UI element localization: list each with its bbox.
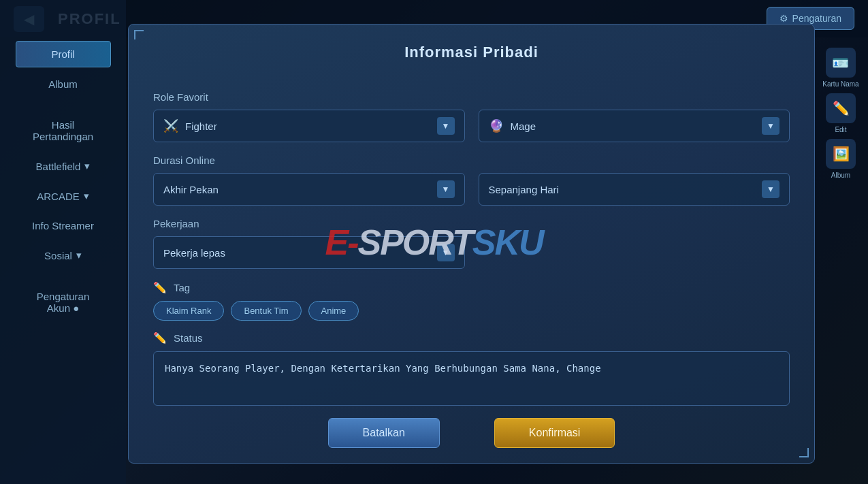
button-row: Batalkan Konfirmasi	[153, 418, 790, 448]
kartu-nama-button[interactable]: 🪪 Kartu Nama	[822, 48, 858, 88]
mage-icon: 🔮	[489, 118, 504, 133]
tag-klaim-rank[interactable]: Klaim Rank	[153, 301, 224, 321]
edit-icon: ✏️	[826, 93, 856, 123]
sidebar-item-sosial[interactable]: Sosial ▾	[16, 242, 111, 268]
chevron-down-icon: ▼	[442, 121, 450, 131]
sidebar-item-album[interactable]: Album	[16, 71, 111, 97]
battlefield-chevron-icon: ▾	[84, 160, 90, 172]
tag-bentuk-tim-label: Bentuk Tim	[244, 306, 288, 316]
status-label-row: ✏️ Status	[153, 332, 790, 344]
role-slot1-arrow: ▼	[437, 117, 455, 135]
tag-bentuk-tim[interactable]: Bentuk Tim	[231, 301, 301, 321]
status-textarea[interactable]	[153, 351, 790, 406]
pekerjaan-row: Pekerja lepas ▼	[153, 236, 465, 269]
tag-anime-label: Anime	[321, 306, 347, 316]
role-favorit-section: Role Favorit ⚔️ Fighter ▼ 🔮 Mage ▼	[153, 91, 790, 155]
sidebar-item-profil[interactable]: Profil	[16, 41, 111, 67]
tag-section: ✏️ Tag Klaim Rank Bentuk Tim Anime	[153, 281, 790, 321]
arcade-chevron-icon: ▾	[84, 190, 89, 202]
tag-label-row: ✏️ Tag	[153, 281, 790, 294]
role-favorit-row: ⚔️ Fighter ▼ 🔮 Mage ▼	[153, 110, 790, 142]
chevron-down-icon-3: ▼	[442, 184, 450, 194]
pekerjaan-arrow: ▼	[437, 244, 455, 261]
konfirmasi-button[interactable]: Konfirmasi	[494, 418, 615, 448]
sidebar-label-battlefield: Battlefield	[36, 161, 81, 172]
sidebar-label-album: Album	[48, 78, 78, 90]
kartu-nama-label: Kartu Nama	[822, 80, 858, 88]
durasi-slot1-arrow: ▼	[437, 180, 455, 198]
modal-title: Informasi Pribadi	[153, 44, 790, 61]
tags-row: Klaim Rank Bentuk Tim Anime	[153, 301, 790, 321]
pekerjaan-left: Pekerja lepas	[163, 247, 225, 259]
role-favorit-slot2-dropdown[interactable]: 🔮 Mage ▼	[479, 110, 790, 142]
sidebar-item-battlefield[interactable]: Battlefield ▾	[16, 153, 111, 179]
sidebar-item-arcade[interactable]: ARCADE ▾	[16, 183, 111, 209]
tag-label: Tag	[174, 282, 190, 293]
sidebar-label-sosial: Sosial	[44, 250, 72, 261]
role-slot2-left: 🔮 Mage	[489, 118, 536, 133]
role-slot1-value: Fighter	[185, 120, 217, 132]
durasi-slot2-arrow: ▼	[762, 180, 779, 198]
durasi-online-section: Durasi Online Akhir Pekan ▼ Sepanjang Ha…	[153, 155, 790, 218]
sidebar-item-streamer[interactable]: Info Streamer	[16, 213, 111, 238]
edit-label: Edit	[835, 126, 846, 133]
sidebar-label-profil: Profil	[51, 48, 74, 60]
right-panel: 🪪 Kartu Nama ✏️ Edit 🖼️ Album	[814, 41, 868, 186]
tag-edit-icon: ✏️	[153, 281, 167, 294]
tag-anime[interactable]: Anime	[308, 301, 359, 321]
album-button[interactable]: 🖼️ Album	[826, 139, 856, 179]
sidebar-label-pengaturan: Pengaturan Akun ●	[37, 291, 90, 314]
album-icon: 🖼️	[826, 139, 856, 169]
role-favorit-label: Role Favorit	[153, 91, 790, 103]
fighter-icon: ⚔️	[163, 118, 178, 133]
durasi-online-label: Durasi Online	[153, 155, 790, 166]
role-slot2-arrow: ▼	[762, 117, 779, 135]
chevron-down-icon-2: ▼	[767, 121, 775, 131]
pekerjaan-dropdown[interactable]: Pekerja lepas ▼	[153, 236, 465, 269]
role-slot1-left: ⚔️ Fighter	[163, 118, 217, 133]
role-favorit-slot1-dropdown[interactable]: ⚔️ Fighter ▼	[153, 110, 465, 142]
durasi-online-row: Akhir Pekan ▼ Sepanjang Hari ▼	[153, 173, 790, 206]
settings-label: Pengaturan	[792, 13, 841, 24]
pekerjaan-label: Pekerjaan	[153, 218, 790, 229]
tag-klaim-rank-label: Klaim Rank	[166, 306, 211, 316]
sidebar: Profil Album Hasil Pertandingan Battlefi…	[0, 0, 126, 484]
sidebar-label-arcade: ARCADE	[37, 191, 80, 202]
chevron-down-icon-5: ▼	[442, 248, 450, 257]
status-label: Status	[174, 332, 203, 344]
pekerjaan-value: Pekerja lepas	[163, 247, 225, 259]
modal-informasi-pribadi: Informasi Pribadi Role Favorit ⚔️ Fighte…	[128, 24, 815, 464]
pekerjaan-section: Pekerjaan Pekerja lepas ▼	[153, 218, 790, 269]
sidebar-label-streamer: Info Streamer	[32, 220, 94, 231]
role-slot2-value: Mage	[511, 120, 536, 132]
status-edit-icon: ✏️	[153, 332, 167, 344]
kartu-nama-icon: 🪪	[826, 48, 856, 78]
durasi-slot1-value: Akhir Pekan	[163, 184, 219, 195]
edit-button[interactable]: ✏️ Edit	[826, 93, 856, 133]
sidebar-item-pengaturan[interactable]: Pengaturan Akun ●	[16, 272, 111, 321]
album-label: Album	[831, 172, 850, 179]
durasi-slot2-left: Sepanjang Hari	[489, 184, 559, 195]
sidebar-label-hasil: Hasil Pertandingan	[33, 119, 93, 142]
durasi-slot2-dropdown[interactable]: Sepanjang Hari ▼	[479, 173, 790, 206]
sosial-chevron-icon: ▾	[76, 249, 82, 261]
sidebar-item-hasil[interactable]: Hasil Pertandingan	[16, 101, 111, 149]
status-section: ✏️ Status	[153, 332, 790, 406]
durasi-slot1-dropdown[interactable]: Akhir Pekan ▼	[153, 173, 465, 206]
konfirmasi-label: Konfirmasi	[529, 427, 581, 438]
batalkan-label: Batalkan	[363, 427, 405, 438]
gear-icon: ⚙	[779, 13, 788, 24]
batalkan-button[interactable]: Batalkan	[328, 418, 440, 448]
chevron-down-icon-4: ▼	[767, 184, 775, 194]
durasi-slot2-value: Sepanjang Hari	[489, 184, 559, 195]
durasi-slot1-left: Akhir Pekan	[163, 184, 219, 195]
